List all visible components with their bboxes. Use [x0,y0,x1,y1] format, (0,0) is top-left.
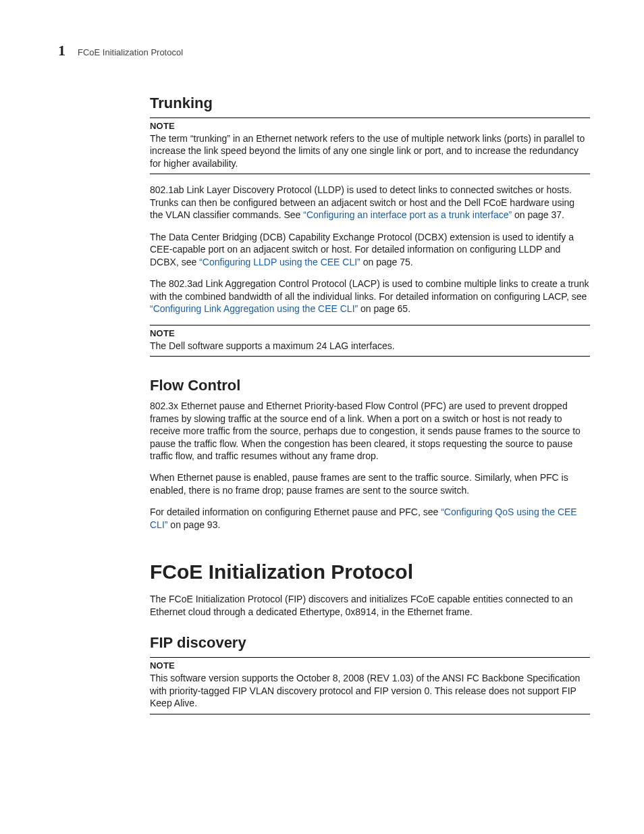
paragraph: The Data Center Bridging (DCB) Capabilit… [150,231,590,268]
paragraph: The 802.3ad Link Aggregation Control Pro… [150,278,590,315]
note-block: NOTE This software version supports the … [150,657,590,714]
text-run: on page 75. [360,257,413,267]
note-block: NOTE The term “trunking” in an Ethernet … [150,118,590,174]
running-title: FCoE Initialization Protocol [78,47,183,57]
heading-flow-control: Flow Control [150,377,590,394]
text-run: on page 65. [358,303,410,314]
running-header: 1 FCoE Initialization Protocol [58,42,590,59]
heading-fcoe-init-protocol: FCoE Initialization Protocol [150,561,590,583]
content-column: Trunking NOTE The term “trunking” in an … [150,95,590,714]
note-body: The Dell software supports a maximum 24 … [150,340,590,352]
note-label: NOTE [150,660,590,671]
link-configure-trunk-interface[interactable]: “Configuring an interface port as a trun… [303,209,512,220]
link-configure-link-aggregation[interactable]: “Configuring Link Aggregation using the … [150,303,358,314]
page: 1 FCoE Initialization Protocol Trunking … [0,0,644,834]
paragraph: For detailed information on configuring … [150,506,590,531]
text-run: The 802.3ad Link Aggregation Control Pro… [150,278,589,301]
heading-trunking: Trunking [150,95,590,112]
paragraph: When Ethernet pause is enabled, pause fr… [150,471,590,496]
note-label: NOTE [150,121,590,131]
chapter-number: 1 [58,42,65,59]
paragraph: The FCoE Initialization Protocol (FIP) d… [150,593,590,618]
note-label: NOTE [150,328,590,338]
note-block: NOTE The Dell software supports a maximu… [150,325,590,357]
paragraph: 802.1ab Link Layer Discovery Protocol (L… [150,184,590,221]
text-run: on page 37. [512,209,564,220]
link-configure-lldp[interactable]: “Configuring LLDP using the CEE CLI” [199,257,360,267]
note-body: The term “trunking” in an Ethernet netwo… [150,132,590,170]
text-run: For detailed information on configuring … [150,506,441,517]
paragraph: 802.3x Ethernet pause and Ethernet Prior… [150,400,590,462]
note-body: This software version supports the Octob… [150,672,590,709]
heading-fip-discovery: FIP discovery [150,634,590,652]
text-run: on page 93. [167,519,220,530]
